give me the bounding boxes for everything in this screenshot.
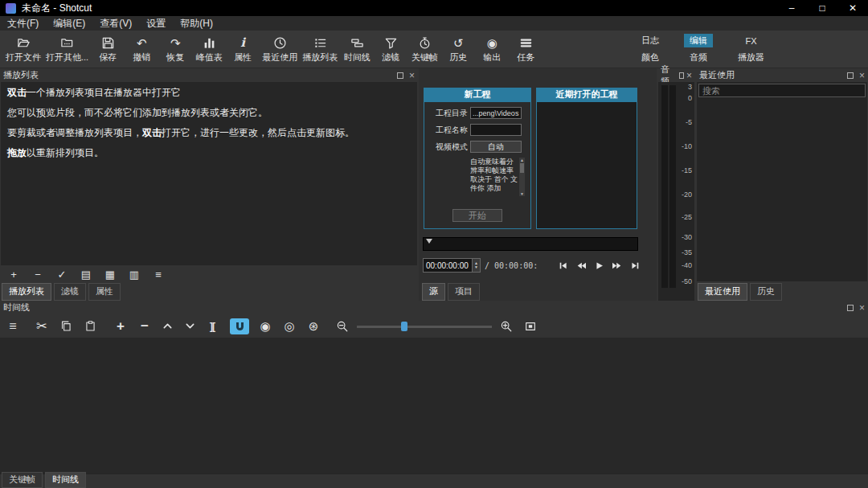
overwrite-button[interactable] — [182, 318, 198, 334]
zoom-slider[interactable] — [357, 321, 492, 332]
layout-fx[interactable]: FX — [739, 35, 762, 47]
tab-project[interactable]: 项目 — [448, 283, 480, 301]
recent-projects-box: 近期打开的工程 — [536, 88, 637, 229]
menu-edit[interactable]: 编辑(E) — [46, 16, 92, 31]
menu-file[interactable]: 文件(F) — [0, 16, 46, 31]
zoom-fit-button[interactable] — [522, 318, 538, 334]
layout-audio[interactable]: 音频 — [684, 51, 713, 64]
video-mode-dropdown[interactable]: 自动 — [470, 141, 522, 153]
close-button[interactable]: ✕ — [837, 0, 868, 16]
scroll-up-icon[interactable]: ▲ — [520, 158, 524, 162]
scroll-handle[interactable] — [520, 163, 524, 173]
view-details-button[interactable]: ▤ — [80, 268, 92, 281]
playlist-tip: 拖放以重新排列项目。 — [7, 147, 411, 159]
toolbar-recent[interactable]: 最近使用 — [260, 34, 300, 65]
paste-button[interactable] — [82, 318, 98, 334]
toolbar-open-other[interactable]: 打开其他... — [43, 34, 91, 65]
toolbar-properties[interactable]: i 属性 — [226, 34, 260, 65]
recent-projects-list[interactable] — [536, 101, 637, 229]
skip-end-button[interactable] — [628, 260, 641, 271]
toolbar-export[interactable]: ◉ 输出 — [475, 34, 509, 65]
tab-recent[interactable]: 最近使用 — [698, 283, 747, 301]
meter-close-icon[interactable]: × — [686, 72, 692, 80]
timeline-tracks-area[interactable] — [0, 338, 868, 474]
tab-filters[interactable]: 滤镜 — [54, 283, 86, 301]
rewind-button[interactable] — [575, 260, 588, 271]
layout-player[interactable]: 播放器 — [732, 51, 770, 64]
cut-button[interactable]: ✂ — [34, 318, 50, 334]
timecode-spinner[interactable]: ▲▼ — [472, 259, 480, 272]
layout-color[interactable]: 颜色 — [636, 51, 665, 64]
snap-toggle[interactable] — [230, 318, 249, 334]
recent-search-input[interactable] — [698, 84, 866, 97]
fast-forward-button[interactable] — [610, 260, 623, 271]
view-icons-button[interactable]: ▦ — [104, 268, 117, 281]
toolbar-timeline[interactable]: 时间线 — [340, 34, 374, 65]
ripple-delete-button[interactable]: − — [137, 318, 153, 334]
toolbar-save[interactable]: 保存 — [91, 34, 125, 65]
playlist-add-button[interactable]: + — [7, 268, 20, 281]
tab-timeline[interactable]: 时间线 — [45, 472, 86, 488]
recent-float-icon[interactable] — [847, 72, 854, 79]
split-button[interactable]: ][ — [204, 318, 220, 334]
hint-scrollbar[interactable]: ▲▼ — [519, 158, 525, 196]
scroll-down-icon[interactable]: ▼ — [520, 191, 524, 196]
toolbar-filters[interactable]: 滤镜 — [374, 34, 407, 65]
playhead-icon[interactable] — [426, 239, 432, 244]
lift-button[interactable] — [159, 318, 175, 334]
toolbar-label: 峰值表 — [196, 51, 223, 64]
playlist-menu-button[interactable]: ≡ — [152, 268, 165, 281]
tab-playlist[interactable]: 播放列表 — [2, 283, 51, 301]
toolbar-label: 打开文件 — [6, 51, 41, 64]
toolbar-playlist[interactable]: 播放列表 — [300, 34, 340, 65]
toolbar-label: 最近使用 — [262, 51, 297, 64]
zoom-slider-handle[interactable] — [401, 322, 407, 331]
play-button[interactable] — [592, 260, 605, 271]
tab-history[interactable]: 历史 — [750, 283, 782, 301]
append-button[interactable]: + — [113, 318, 129, 334]
ripple-toggle[interactable]: ◎ — [281, 318, 297, 334]
start-button[interactable]: 开始 — [452, 209, 502, 222]
recent-close-icon[interactable]: × — [859, 72, 865, 80]
skip-start-button[interactable] — [557, 260, 570, 271]
view-tiles-button[interactable]: ▥ — [128, 268, 141, 281]
zoom-in-button[interactable] — [498, 318, 514, 334]
toolbar-redo[interactable]: ↷ 恢复 — [158, 34, 192, 65]
playlist-float-icon[interactable] — [397, 72, 403, 79]
minimize-button[interactable]: – — [776, 0, 807, 16]
tab-properties[interactable]: 属性 — [88, 283, 121, 301]
timeline-close-icon[interactable]: × — [859, 304, 865, 312]
ripple-all-tracks-toggle[interactable]: ⊛ — [305, 318, 321, 334]
menu-help[interactable]: 帮助(H) — [173, 16, 220, 31]
playlist-remove-button[interactable]: − — [31, 268, 44, 281]
timecode-spinbox[interactable]: 00:00:00:00 ▲▼ — [423, 258, 481, 273]
scrub-while-dragging-toggle[interactable]: ◉ — [257, 318, 273, 334]
toolbar-open-file[interactable]: 打开文件 — [3, 34, 43, 65]
layout-logging[interactable]: 日志 — [636, 34, 665, 47]
toolbar-history[interactable]: ↺ 历史 — [441, 34, 475, 65]
scale-label: 3 — [688, 84, 692, 91]
project-folder-input[interactable] — [470, 107, 522, 119]
menu-settings[interactable]: 设置 — [139, 16, 173, 31]
timeline-menu-button[interactable]: ≡ — [5, 318, 21, 334]
project-name-input[interactable] — [470, 124, 522, 136]
toolbar-keyframes[interactable]: 关键帧 — [407, 34, 441, 65]
project-name-row: 工程名称 — [428, 124, 527, 136]
menu-view[interactable]: 查看(V) — [92, 16, 139, 31]
layout-editing[interactable]: 编辑 — [684, 34, 713, 47]
scale-label: -40 — [682, 262, 692, 269]
timeline-float-icon[interactable] — [847, 305, 854, 311]
playlist-close-icon[interactable]: × — [409, 72, 415, 80]
toolbar-undo[interactable]: ↶ 撤销 — [125, 34, 158, 65]
copy-button[interactable] — [58, 318, 74, 334]
zoom-out-button[interactable] — [334, 318, 350, 334]
toolbar-peak-meter[interactable]: 峰值表 — [192, 34, 226, 65]
tab-keyframes[interactable]: 关键帧 — [2, 472, 43, 488]
seek-bar[interactable] — [423, 237, 638, 251]
recent-list[interactable] — [697, 82, 867, 281]
spin-down-icon[interactable]: ▼ — [474, 265, 478, 269]
maximize-button[interactable]: □ — [807, 0, 837, 16]
toolbar-jobs[interactable]: 任务 — [509, 34, 542, 65]
playlist-update-button[interactable]: ✓ — [55, 268, 68, 281]
meter-float-icon[interactable] — [679, 72, 684, 79]
